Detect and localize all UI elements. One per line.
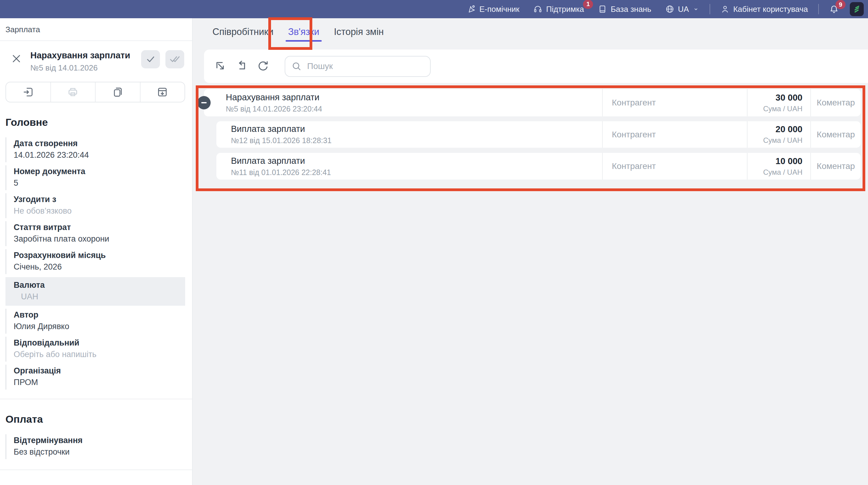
field-label: Узгодити з — [14, 195, 185, 204]
document-sidebar: Зарплата Нарахування зарплати №5 від 14.… — [0, 18, 193, 485]
row-amount-cell: 20 000 Сума / UAH — [747, 121, 810, 148]
approve-all-button[interactable] — [165, 50, 184, 68]
field-deferral[interactable]: Відтермінування Без відстрочки — [5, 434, 185, 459]
export-list-button[interactable] — [214, 60, 227, 73]
row-comment-cell[interactable]: Коментар — [810, 121, 861, 148]
row-comment-cell[interactable]: Коментар — [810, 153, 861, 179]
field-approve-with[interactable]: Узгодити з Не обов’язково — [5, 193, 185, 218]
app-logo[interactable] — [850, 2, 864, 16]
copy-icon — [112, 86, 124, 98]
sprout-icon — [852, 5, 861, 14]
field-label: Стаття витрат — [14, 223, 185, 232]
copy-document-button[interactable] — [95, 82, 140, 102]
search-box[interactable] — [285, 56, 431, 77]
field-value: 14.01.2026 23:20:44 — [14, 150, 185, 161]
field-author[interactable]: Автор Юлия Дирявко — [5, 309, 185, 334]
globe-icon — [665, 5, 674, 14]
topbar-divider — [710, 4, 710, 14]
relations-toolbar — [204, 50, 868, 83]
relation-row-child[interactable]: Виплата зарплати №11 від 01.01.2026 22:2… — [216, 153, 861, 179]
field-value: Січень, 2026 — [14, 262, 185, 272]
row-document-cell: Нарахування зарплати №5 від 14.01.2026 2… — [204, 89, 602, 116]
support-menu-item[interactable]: Підтримка 1 — [533, 5, 584, 14]
relation-row-child[interactable]: Виплата зарплати №12 від 15.01.2026 18:2… — [216, 121, 861, 148]
field-organization[interactable]: Організація ПРОМ — [5, 365, 185, 390]
field-value: ПРОМ — [14, 377, 185, 388]
comment-placeholder: Коментар — [817, 161, 855, 171]
field-value: Заробітна плата охорони — [14, 234, 185, 244]
row-amount-cell: 10 000 Сума / UAH — [747, 153, 810, 179]
field-label: Розрахунковий місяць — [14, 250, 185, 260]
archive-document-button[interactable] — [140, 82, 185, 102]
row-amount-cell: 30 000 Сума / UAH — [747, 89, 810, 116]
amount-caption: Сума / UAH — [763, 136, 802, 145]
notifications-badge: 9 — [836, 0, 845, 9]
language-selector[interactable]: UA — [665, 5, 699, 14]
field-creation-date[interactable]: Дата створення 14.01.2026 23:20:44 — [5, 137, 185, 162]
section-title-main: Головне — [5, 116, 192, 128]
document-action-bar — [5, 82, 185, 103]
archive-icon — [157, 86, 168, 98]
field-settlement-month[interactable]: Розрахунковий місяць Січень, 2026 — [5, 249, 185, 274]
close-icon[interactable] — [11, 53, 22, 64]
row-counterparty-cell[interactable]: Контрагент — [602, 121, 747, 148]
export-icon — [214, 60, 227, 73]
tab-history[interactable]: Історія змін — [327, 18, 390, 50]
comment-placeholder: Коментар — [817, 130, 855, 140]
notifications-button[interactable]: 9 — [829, 4, 839, 14]
field-currency[interactable]: Валюта UAH — [5, 277, 185, 306]
topbar-divider — [818, 4, 819, 14]
section-title-payment: Оплата — [5, 413, 192, 425]
field-placeholder: Не обов’язково — [14, 206, 185, 217]
back-link-button[interactable] — [236, 60, 248, 73]
field-label: Дата створення — [14, 139, 185, 149]
field-label: Відповідальний — [14, 338, 185, 348]
row-title: Виплата зарплати — [231, 156, 602, 166]
account-label: Кабінет користувача — [733, 5, 808, 14]
row-title: Нарахування зарплати — [226, 92, 602, 103]
tab-label: Співробітники — [212, 26, 274, 37]
export-document-icon — [23, 86, 34, 98]
field-expense-item[interactable]: Стаття витрат Заробітна плата охорони — [5, 221, 185, 246]
relation-row-parent[interactable]: Нарахування зарплати №5 від 14.01.2026 2… — [204, 89, 861, 116]
field-value: UAH — [14, 291, 185, 302]
field-responsible[interactable]: Відповідальний Оберіть або напишіть — [5, 337, 185, 362]
support-badge: 1 — [583, 0, 593, 9]
tab-relations[interactable]: Зв'язки — [281, 18, 326, 50]
assistant-menu-item[interactable]: Е-помічник — [466, 5, 519, 14]
counterparty-placeholder: Контрагент — [612, 161, 656, 171]
row-counterparty-cell[interactable]: Контрагент — [602, 153, 747, 179]
refresh-icon — [257, 60, 270, 73]
approve-button[interactable] — [141, 50, 160, 68]
refresh-button[interactable] — [257, 60, 270, 73]
amount-value: 30 000 — [775, 93, 802, 103]
document-titles: Нарахування зарплати №5 від 14.01.2026 — [30, 50, 136, 73]
tab-employees[interactable]: Співробітники — [206, 18, 280, 50]
search-input[interactable] — [307, 61, 424, 71]
field-document-number[interactable]: Номер документа 5 — [5, 165, 185, 190]
account-menu-item[interactable]: Кабінет користувача — [720, 5, 808, 14]
row-document-cell: Виплата зарплати №12 від 15.01.2026 18:2… — [216, 121, 602, 148]
export-document-button[interactable] — [6, 82, 51, 102]
chevron-down-icon — [692, 6, 699, 12]
row-counterparty-cell[interactable]: Контрагент — [602, 89, 747, 116]
row-document-cell: Виплата зарплати №11 від 01.01.2026 22:2… — [216, 153, 602, 179]
print-button[interactable] — [51, 82, 95, 102]
divider — [0, 399, 192, 399]
double-check-icon — [169, 54, 180, 65]
user-icon — [720, 5, 730, 14]
assistant-label: Е-помічник — [479, 5, 519, 14]
document-title: Нарахування зарплати — [30, 50, 136, 60]
active-tab-underline — [286, 40, 322, 41]
comment-placeholder: Коментар — [817, 98, 855, 108]
collapse-icon[interactable] — [197, 96, 211, 109]
knowledge-base-menu-item[interactable]: База знань — [598, 5, 651, 14]
row-comment-cell[interactable]: Коментар — [810, 89, 861, 116]
field-value: 5 — [14, 178, 185, 189]
field-label: Автор — [14, 310, 185, 320]
sidebar-module-title: Зарплата — [5, 25, 192, 34]
field-placeholder: Оберіть або напишіть — [14, 349, 185, 360]
support-label: Підтримка — [546, 5, 584, 14]
field-label: Номер документа — [14, 167, 185, 176]
main-content: Співробітники Зв'язки Історія змін — [193, 18, 868, 485]
